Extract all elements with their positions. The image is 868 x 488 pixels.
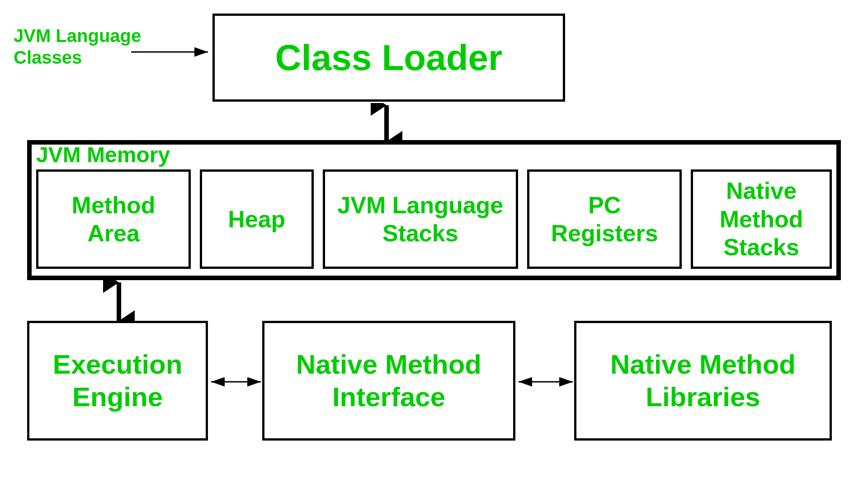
- heap-label: Heap: [228, 205, 285, 233]
- class-loader-label: Class Loader: [275, 37, 502, 79]
- native-method-libraries-box: Native MethodLibraries: [574, 321, 832, 441]
- jvm-language-stacks-label: JVM LanguageStacks: [337, 191, 503, 248]
- jvm-language-classes-label: JVM Language Classes: [14, 25, 141, 68]
- arrow-to-classloader: [131, 43, 215, 61]
- memory-boxes-container: MethodArea Heap JVM LanguageStacks PCReg…: [36, 169, 832, 269]
- arrow-execution-to-nmi: [209, 373, 263, 391]
- native-method-interface-label: Native MethodInterface: [296, 348, 481, 413]
- method-area-box: MethodArea: [36, 169, 191, 269]
- jvm-language-stacks-box: JVM LanguageStacks: [323, 169, 519, 269]
- arrow-nmi-to-nml: [516, 373, 575, 391]
- arrow-memory-to-execution: [103, 280, 135, 323]
- native-method-interface-box: Native MethodInterface: [262, 321, 515, 441]
- pc-registers-label: PCRegisters: [551, 191, 658, 248]
- execution-engine-label: ExecutionEngine: [53, 348, 183, 413]
- native-method-libraries-label: Native MethodLibraries: [610, 348, 796, 413]
- method-area-label: MethodArea: [72, 191, 156, 248]
- native-method-stacks-label: NativeMethodStacks: [720, 177, 803, 261]
- pc-registers-box: PCRegisters: [527, 169, 682, 269]
- heap-box: Heap: [200, 169, 313, 269]
- diagram-container: JVM Language Classes Class Loader JVM Me…: [0, 0, 868, 488]
- native-method-stacks-box: NativeMethodStacks: [691, 169, 832, 269]
- class-loader-box: Class Loader: [212, 14, 565, 102]
- execution-engine-box: ExecutionEngine: [27, 321, 208, 441]
- arrow-classloader-to-memory: [371, 103, 402, 144]
- jvm-memory-label: JVM Memory: [36, 142, 170, 167]
